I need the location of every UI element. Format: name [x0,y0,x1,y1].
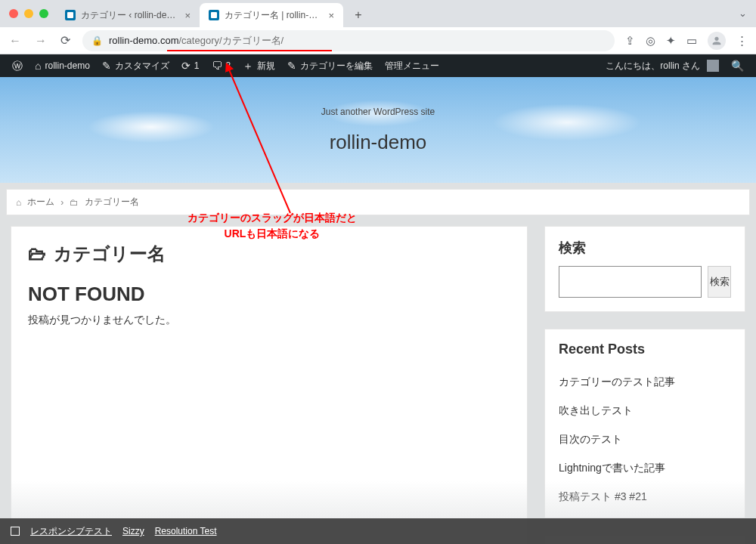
close-tab-icon[interactable]: × [184,10,191,21]
recent-post-link[interactable]: カテゴリーのテスト記事 [559,376,675,388]
wordpress-icon: ⓦ [12,60,23,71]
not-found-text: 投稿が見つかりませんでした。 [28,314,510,327]
plus-icon: ＋ [243,60,253,71]
new-tab-button[interactable]: + [348,5,369,26]
recent-post-link[interactable]: 目次のテスト [559,433,622,445]
edit-category-label: カテゴリーを編集 [300,60,373,73]
greeting-label: こんにちは、rollin さん [606,60,700,73]
folder-icon: 🗀 [70,197,79,208]
search-icon: 🔍 [731,60,744,71]
category-title: カテゴリー名 [54,242,166,266]
window-controls [6,0,56,27]
admin-menu-link[interactable]: 管理メニュー [379,54,445,77]
wp-logo-menu[interactable]: ⓦ [6,54,29,77]
customize-link[interactable]: ✎カスタマイズ [96,54,175,77]
recent-post-link[interactable]: 投稿テスト #3 #21 [559,490,647,502]
site-name-label: rollin-demo [45,60,89,71]
browser-toolbar: ← → ⟳ 🔒 rollin-demo.com/category/カテゴリー名/… [0,27,756,54]
recent-posts-title: Recent Posts [559,342,731,357]
favicon-icon [65,10,76,20]
search-widget: 検索 検索 [544,226,745,312]
wp-admin-bar: ⓦ ⌂rollin-demo ✎カスタマイズ ⟳1 🗨3 ＋新規 ✎カテゴリーを… [0,54,756,77]
profile-button[interactable] [708,32,726,50]
tab-title: カテゴリー名 | rollin-demo [225,9,320,22]
reload-button[interactable]: ⟳ [59,33,72,48]
tab-overflow-icon[interactable]: ⌄ [739,8,747,19]
user-avatar-icon [707,60,719,72]
share-icon[interactable]: ⇪ [625,34,635,48]
site-hero: Just another WordPress site rollin-demo [0,77,756,183]
brush-icon: ✎ [102,60,111,71]
extensions-icon[interactable]: ✦ [666,34,676,48]
site-title[interactable]: rollin-demo [330,131,427,154]
breadcrumb: ⌂ ホーム › 🗀 カテゴリー名 [6,189,750,215]
back-button[interactable]: ← [8,34,23,48]
device-icon [11,527,20,536]
browser-tab-1[interactable]: カテゴリー ‹ rollin-demo — Wor × [56,3,200,27]
breadcrumb-current: カテゴリー名 [85,196,139,209]
refresh-icon: ⟳ [181,60,191,71]
search-input[interactable] [559,266,702,298]
browser-tab-strip: カテゴリー ‹ rollin-demo — Wor × カテゴリー名 | rol… [0,0,756,27]
main-content: 🗁 カテゴリー名 NOT FOUND 投稿が見つかりませんでした。 [11,226,528,544]
annotation-underline [167,50,332,51]
url-path: /category/カテゴリー名/ [178,35,284,46]
favicon-icon [209,10,219,20]
new-content-menu[interactable]: ＋新規 [237,54,281,77]
edit-category-link[interactable]: ✎カテゴリーを編集 [281,54,379,77]
url-host: rollin-demo.com [109,35,178,46]
browser-tab-2[interactable]: カテゴリー名 | rollin-demo × [200,3,343,27]
chevron-right-icon: › [60,197,64,208]
comment-icon: 🗨 [212,60,222,71]
camera-icon[interactable]: ◎ [646,34,655,48]
pencil-icon: ✎ [287,60,296,71]
address-bar[interactable]: 🔒 rollin-demo.com/category/カテゴリー名/ [82,30,615,51]
customize-label: カスタマイズ [115,60,169,73]
recent-posts-widget: Recent Posts カテゴリーのテスト記事 吹き出しテスト 目次のテスト … [544,329,745,518]
lock-icon: 🔒 [91,36,103,46]
home-icon: ⌂ [35,60,41,71]
admin-menu-label: 管理メニュー [385,60,439,73]
search-widget-title: 検索 [559,239,731,257]
site-name-menu[interactable]: ⌂rollin-demo [29,54,96,77]
site-tagline: Just another WordPress site [321,107,435,117]
home-icon: ⌂ [16,197,21,208]
folder-open-icon: 🗁 [28,243,46,264]
search-button[interactable]: 検索 [708,266,731,298]
forward-button[interactable]: → [33,34,48,48]
new-label: 新規 [257,60,275,73]
user-greeting[interactable]: こんにちは、rollin さん [600,54,725,77]
close-window-button[interactable] [9,9,18,18]
not-found-heading: NOT FOUND [28,283,510,306]
breadcrumb-home[interactable]: ホーム [27,196,54,209]
responsive-test-link[interactable]: レスポンシブテスト [30,525,112,538]
bookmark-list-icon[interactable]: ▭ [686,34,697,48]
comments-link[interactable]: 🗨3 [206,54,237,77]
sizzy-link[interactable]: Sizzy [122,526,144,536]
responsive-dev-bar: レスポンシブテスト Sizzy Resolution Test [0,518,756,544]
comments-count: 3 [226,60,231,71]
updates-count: 1 [194,60,200,71]
search-toggle[interactable]: 🔍 [725,54,750,77]
browser-menu-icon[interactable]: ⋮ [736,34,748,48]
updates-link[interactable]: ⟳1 [175,54,206,77]
maximize-window-button[interactable] [39,9,48,18]
minimize-window-button[interactable] [24,9,33,18]
resolution-test-link[interactable]: Resolution Test [155,526,217,536]
tab-title: カテゴリー ‹ rollin-demo — Wor [81,9,176,22]
recent-post-link[interactable]: 吹き出しテスト [559,404,633,416]
close-tab-icon[interactable]: × [328,10,334,21]
recent-post-link[interactable]: Lightningで書いた記事 [559,462,665,474]
